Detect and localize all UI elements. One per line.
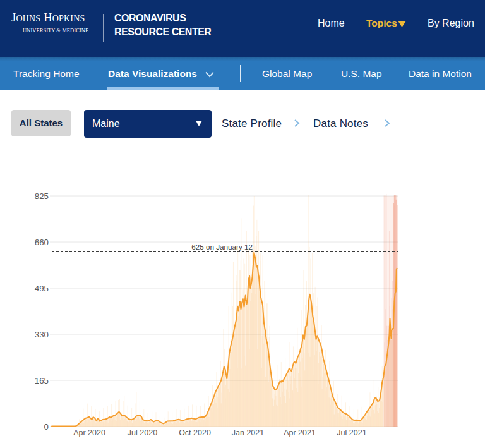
svg-text:495: 495 [35,284,49,293]
svg-text:Apr 2021: Apr 2021 [284,428,316,437]
svg-text:825: 825 [35,191,49,201]
svg-text:Oct 2020: Oct 2020 [179,428,211,437]
svg-text:Jan 2021: Jan 2021 [232,428,264,437]
svg-text:165: 165 [35,376,49,385]
svg-text:Apr 2020: Apr 2020 [73,428,105,437]
svg-text:625 on January 12: 625 on January 12 [191,243,253,251]
svg-text:Jul 2020: Jul 2020 [128,428,157,437]
svg-text:0: 0 [44,422,49,432]
svg-text:Jul 2021: Jul 2021 [337,428,366,437]
svg-text:330: 330 [35,330,49,339]
svg-text:660: 660 [35,238,49,247]
